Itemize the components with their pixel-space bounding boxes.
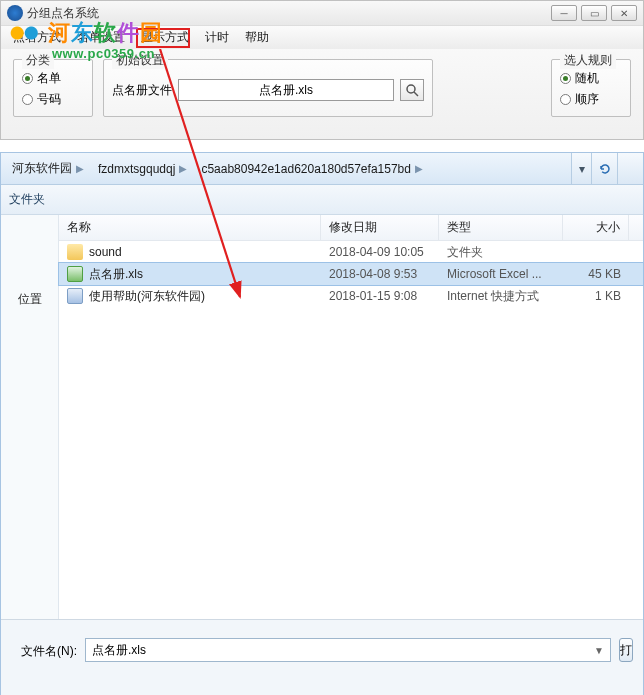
group-rule: 选人规则 随机 顺序 [551,59,631,117]
filename-combo[interactable]: 点名册.xls ▼ [85,638,611,662]
crumb-2[interactable]: c5aab80942e1ad620a180d57efa157bd▶ [194,158,430,180]
toolbar-label: 文件夹 [9,191,45,208]
file-type: Microsoft Excel ... [439,267,563,281]
crumb-root[interactable]: 河东软件园▶ [5,158,91,180]
group-initial: 初始设置 点名册文件 点名册.xls [103,59,433,117]
radio-order[interactable]: 顺序 [560,91,622,108]
file-type: 文件夹 [439,244,563,261]
column-headers: 名称 修改日期 类型 大小 [59,215,643,241]
svg-point-0 [407,85,415,93]
file-date: 2018-04-08 9:53 [321,267,439,281]
filename-label: 文件名(N): [21,638,77,660]
close-button[interactable]: ✕ [611,5,637,21]
search-icon [405,83,419,97]
search-box-stub[interactable] [617,153,643,184]
open-button[interactable]: 打 [619,638,633,662]
window-title: 分组点名系统 [27,5,551,22]
chevron-right-icon: ▶ [76,163,84,174]
svg-line-1 [414,92,418,96]
file-open-dialog: 河东软件园▶ fzdmxtsgqudqj▶ c5aab80942e1ad620a… [0,152,644,695]
file-name: 点名册.xls [89,266,143,283]
file-name: sound [89,245,122,259]
file-date: 2018-01-15 9:08 [321,289,439,303]
file-path-input[interactable]: 点名册.xls [178,79,394,101]
xls-icon [67,266,83,282]
menu-list-settings[interactable]: 名单设置 [69,26,133,49]
chevron-right-icon: ▶ [415,163,423,174]
table-row[interactable]: 使用帮助(河东软件园)2018-01-15 9:08Internet 快捷方式1… [59,285,643,307]
menu-call-mode[interactable]: 点名方式 [5,26,69,49]
menu-timer[interactable]: 计时 [197,26,237,49]
folder-icon [67,244,83,260]
file-name: 使用帮助(河东软件园) [89,288,205,305]
file-label: 点名册文件 [112,82,172,99]
browse-button[interactable] [400,79,424,101]
legend-classify: 分类 [22,52,54,69]
maximize-button[interactable]: ▭ [581,5,607,21]
legend-initial: 初始设置 [112,52,168,69]
sidebar-item-locations[interactable]: 位置 [1,285,58,314]
table-row[interactable]: sound2018-04-09 10:05文件夹 [59,241,643,263]
breadcrumb[interactable]: 河东软件园▶ fzdmxtsgqudqj▶ c5aab80942e1ad620a… [1,153,571,184]
crumb-1[interactable]: fzdmxtsgqudqj▶ [91,158,194,180]
app-icon [7,5,23,21]
chevron-right-icon: ▶ [179,163,187,174]
refresh-icon [598,162,612,176]
file-size: 45 KB [563,267,629,281]
legend-rule: 选人规则 [560,52,616,69]
menu-bar: 点名方式 名单设置 显示方式 计时 帮助 [1,25,643,49]
menu-display-mode[interactable]: 显示方式 [133,26,197,49]
file-date: 2018-04-09 10:05 [321,245,439,259]
refresh-button[interactable] [591,153,617,184]
file-list: 名称 修改日期 类型 大小 sound2018-04-09 10:05文件夹点名… [59,215,643,619]
radio-random[interactable]: 随机 [560,70,622,87]
col-size[interactable]: 大小 [563,215,629,240]
table-row[interactable]: 点名册.xls2018-04-08 9:53Microsoft Excel ..… [59,263,643,285]
col-type[interactable]: 类型 [439,215,563,240]
group-classify: 分类 名单 号码 [13,59,93,117]
menu-help[interactable]: 帮助 [237,26,277,49]
url-icon [67,288,83,304]
col-name[interactable]: 名称 [59,215,321,240]
app-window: 分组点名系统 ─ ▭ ✕ 点名方式 名单设置 显示方式 计时 帮助 分类 名单 … [0,0,644,140]
file-type: Internet 快捷方式 [439,288,563,305]
radio-list[interactable]: 名单 [22,70,84,87]
dialog-nav-bar: 河东软件园▶ fzdmxtsgqudqj▶ c5aab80942e1ad620a… [1,153,643,185]
dialog-footer: 文件名(N): 点名册.xls ▼ 打 [1,619,643,695]
title-bar: 分组点名系统 ─ ▭ ✕ [1,1,643,25]
file-size: 1 KB [563,289,629,303]
chevron-down-icon: ▼ [594,645,604,656]
radio-number[interactable]: 号码 [22,91,84,108]
col-date[interactable]: 修改日期 [321,215,439,240]
minimize-button[interactable]: ─ [551,5,577,21]
filename-value: 点名册.xls [92,642,146,659]
dialog-sidebar: 位置 [1,215,59,619]
breadcrumb-dropdown[interactable]: ▾ [571,153,591,184]
dialog-toolbar: 文件夹 [1,185,643,215]
